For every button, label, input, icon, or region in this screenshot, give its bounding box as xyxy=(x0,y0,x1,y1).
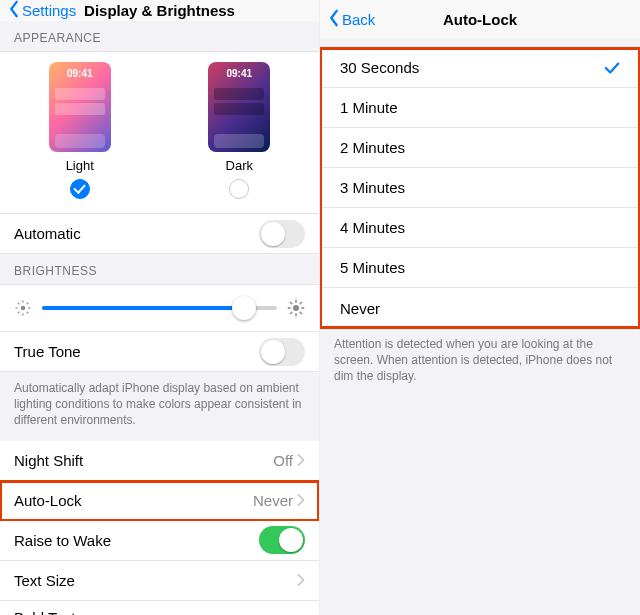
radio-light[interactable] xyxy=(70,179,90,199)
automatic-row: Automatic xyxy=(0,214,319,254)
raise-to-wake-row: Raise to Wake xyxy=(0,521,319,561)
auto-lock-note: Attention is detected when you are looki… xyxy=(320,328,640,397)
true-tone-row: True Tone xyxy=(0,332,319,372)
chevron-right-icon xyxy=(297,574,305,586)
night-shift-label: Night Shift xyxy=(14,452,273,469)
bold-text-row: Bold Text xyxy=(0,601,319,615)
auto-lock-option[interactable]: 2 Minutes xyxy=(320,128,640,168)
bold-text-label: Bold Text xyxy=(14,609,305,615)
nav-bar: Back Auto-Lock xyxy=(320,0,640,38)
svg-line-5 xyxy=(18,303,20,305)
back-label: Back xyxy=(342,11,375,28)
chevron-right-icon xyxy=(297,454,305,466)
brightness-slider-row xyxy=(0,284,319,332)
sun-small-icon xyxy=(14,299,32,317)
chevron-left-icon xyxy=(8,0,22,21)
auto-lock-screen: Back Auto-Lock 30 Seconds1 Minute2 Minut… xyxy=(320,0,640,615)
svg-line-15 xyxy=(300,312,302,314)
nav-bar: Settings Display & Brightness xyxy=(0,0,319,21)
option-label: 4 Minutes xyxy=(340,219,620,236)
option-label: Never xyxy=(340,300,620,317)
svg-point-0 xyxy=(21,306,26,311)
night-shift-value: Off xyxy=(273,452,293,469)
back-button[interactable]: Settings xyxy=(8,0,76,21)
theme-light[interactable]: 09:41 Light xyxy=(49,62,111,199)
display-brightness-screen: Settings Display & Brightness APPEARANCE… xyxy=(0,0,320,615)
svg-line-14 xyxy=(290,302,292,304)
sun-large-icon xyxy=(287,299,305,317)
theme-label: Light xyxy=(66,158,94,173)
automatic-switch[interactable] xyxy=(259,220,305,248)
auto-lock-options: 30 Seconds1 Minute2 Minutes3 Minutes4 Mi… xyxy=(320,48,640,328)
auto-lock-option[interactable]: Never xyxy=(320,288,640,328)
svg-line-7 xyxy=(18,312,20,314)
theme-dark[interactable]: 09:41 Dark xyxy=(208,62,270,199)
auto-lock-label: Auto-Lock xyxy=(14,492,253,509)
text-size-row[interactable]: Text Size xyxy=(0,561,319,601)
option-label: 3 Minutes xyxy=(340,179,620,196)
true-tone-note: Automatically adapt iPhone display based… xyxy=(0,372,319,441)
back-label: Settings xyxy=(22,2,76,19)
theme-label: Dark xyxy=(226,158,253,173)
option-label: 5 Minutes xyxy=(340,259,620,276)
text-size-label: Text Size xyxy=(14,572,297,589)
brightness-header: BRIGHTNESS xyxy=(0,254,319,284)
checkmark-icon xyxy=(604,61,620,75)
true-tone-switch[interactable] xyxy=(259,338,305,366)
night-shift-row[interactable]: Night Shift Off xyxy=(0,441,319,481)
back-button[interactable]: Back xyxy=(328,9,375,30)
chevron-left-icon xyxy=(328,9,342,30)
option-label: 2 Minutes xyxy=(340,139,620,156)
auto-lock-option[interactable]: 1 Minute xyxy=(320,88,640,128)
brightness-slider[interactable] xyxy=(42,299,277,317)
appearance-header: APPEARANCE xyxy=(0,21,319,51)
svg-point-9 xyxy=(293,305,299,311)
svg-line-16 xyxy=(290,312,292,314)
light-preview-icon: 09:41 xyxy=(49,62,111,152)
automatic-label: Automatic xyxy=(14,225,259,242)
appearance-picker: 09:41 Light 09:41 Dark xyxy=(0,51,319,214)
raise-to-wake-switch[interactable] xyxy=(259,526,305,554)
dark-preview-icon: 09:41 xyxy=(208,62,270,152)
option-label: 30 Seconds xyxy=(340,59,604,76)
raise-to-wake-label: Raise to Wake xyxy=(14,532,259,549)
auto-lock-row[interactable]: Auto-Lock Never xyxy=(0,481,319,521)
auto-lock-option[interactable]: 3 Minutes xyxy=(320,168,640,208)
radio-dark[interactable] xyxy=(229,179,249,199)
svg-line-6 xyxy=(27,312,29,314)
auto-lock-option[interactable]: 5 Minutes xyxy=(320,248,640,288)
svg-line-17 xyxy=(300,302,302,304)
auto-lock-value: Never xyxy=(253,492,293,509)
svg-line-8 xyxy=(27,303,29,305)
auto-lock-option[interactable]: 30 Seconds xyxy=(320,48,640,88)
auto-lock-option[interactable]: 4 Minutes xyxy=(320,208,640,248)
option-label: 1 Minute xyxy=(340,99,620,116)
true-tone-label: True Tone xyxy=(14,343,259,360)
chevron-right-icon xyxy=(297,494,305,506)
